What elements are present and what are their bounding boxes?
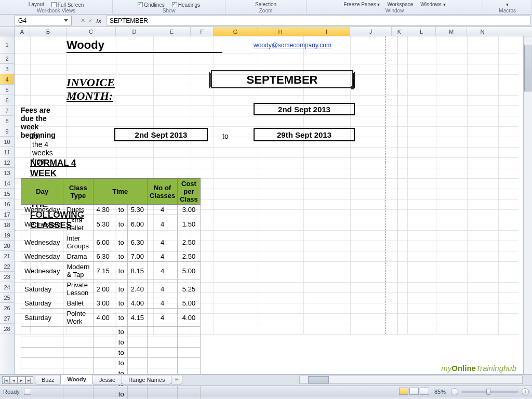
invoice-month-value[interactable]: SEPTEMBER xyxy=(209,72,355,88)
ribbon-item-workspace[interactable]: Workspace xyxy=(387,2,413,7)
table-row[interactable]: to xyxy=(21,358,201,368)
zoom-slider-thumb[interactable] xyxy=(486,389,490,395)
row-header[interactable]: 15 xyxy=(0,189,14,199)
th-cost[interactable]: Cost per Class xyxy=(178,179,201,205)
row-header[interactable]: 7 xyxy=(0,105,14,116)
col-header-E[interactable]: E xyxy=(153,27,191,36)
fees-due-date[interactable]: 2nd Sept 2013 xyxy=(254,103,355,115)
row-header[interactable]: 1 xyxy=(0,36,14,54)
scrollbar-thumb[interactable] xyxy=(308,376,329,383)
row-header[interactable]: 4 xyxy=(0,74,14,85)
row-header[interactable]: 10 xyxy=(0,137,14,147)
date-range-to[interactable]: 29th Sept 2013 xyxy=(254,128,355,141)
zoom-in-button[interactable]: + xyxy=(522,388,529,395)
th-noclasses[interactable]: No of Classes xyxy=(147,179,177,205)
table-row[interactable]: WednesdayModern & Tap7.15to8.1545.00 xyxy=(21,262,201,280)
tab-nav-last[interactable]: ▸| xyxy=(25,376,33,384)
table-row[interactable]: to xyxy=(21,389,201,400)
col-header-D[interactable]: D xyxy=(116,27,153,36)
row-header[interactable]: 27 xyxy=(0,313,14,324)
row-header[interactable]: 28 xyxy=(0,324,14,334)
table-row[interactable]: WednesdayInter Groups6.00to6.3042.50 xyxy=(21,233,201,251)
ribbon-item-selection[interactable]: Selection xyxy=(255,2,276,7)
col-header-A[interactable]: A xyxy=(15,27,30,36)
row-header[interactable]: 11 xyxy=(0,147,14,157)
col-header-F[interactable]: F xyxy=(191,27,214,36)
table-row[interactable]: WednesdayDrama6.30to7.0042.50 xyxy=(21,251,201,262)
vertical-scrollbar[interactable] xyxy=(523,36,532,376)
cancel-icon[interactable]: ✕ xyxy=(81,17,85,24)
row-header[interactable]: 21 xyxy=(0,251,14,261)
th-day[interactable]: Day xyxy=(21,179,63,205)
ribbon-item-fullscreen[interactable]: Full Screen xyxy=(51,2,84,8)
row-header[interactable]: 8 xyxy=(0,116,14,126)
row-header[interactable]: 13 xyxy=(0,168,14,178)
date-range-from[interactable]: 2nd Sept 2013 xyxy=(114,128,208,141)
row-header[interactable]: 18 xyxy=(0,220,14,230)
table-row[interactable]: WednesdayExtra Ballet5.30to6.0041.50 xyxy=(21,215,201,233)
col-header-H[interactable]: H xyxy=(258,27,303,36)
row-header[interactable]: 26 xyxy=(0,303,14,313)
ribbon-item-windows[interactable]: Windows ▾ xyxy=(420,2,445,7)
doc-email-link[interactable]: woody@somecompany.com xyxy=(254,42,331,49)
row-header[interactable]: 14 xyxy=(0,178,14,189)
row-header[interactable]: 25 xyxy=(0,292,14,303)
ribbon-item-macros[interactable]: ▾ xyxy=(506,2,509,7)
row-header[interactable]: 23 xyxy=(0,272,14,282)
new-sheet-tab[interactable]: ✳ xyxy=(171,376,182,384)
row-header[interactable]: 5 xyxy=(0,85,14,95)
table-row[interactable]: to xyxy=(21,337,201,348)
tab-nav-next[interactable]: ▸ xyxy=(18,376,25,384)
table-row[interactable]: SaturdayPointe Work4.00to4.1544.00 xyxy=(21,309,201,327)
row-header[interactable]: 16 xyxy=(0,199,14,209)
table-row[interactable]: to xyxy=(21,327,201,337)
row-header[interactable]: 9 xyxy=(0,126,14,137)
fx-icon[interactable]: fx xyxy=(96,18,101,24)
row-header[interactable]: 22 xyxy=(0,261,14,272)
zoom-percent[interactable]: 85% xyxy=(434,389,446,395)
accept-icon[interactable]: ✓ xyxy=(88,17,93,24)
sheet-tab[interactable]: Woody xyxy=(60,375,92,384)
col-header-N[interactable]: N xyxy=(467,27,498,36)
zoom-out-button[interactable]: − xyxy=(451,388,458,395)
sheet-tab[interactable]: Buzz xyxy=(35,376,61,384)
tab-nav-prev[interactable]: ◂ xyxy=(10,376,18,384)
tab-nav-first[interactable]: |◂ xyxy=(2,376,10,384)
name-box[interactable]: G4 xyxy=(15,16,72,25)
formula-input[interactable]: SEPTEMBER xyxy=(106,16,530,25)
col-header-C[interactable]: C xyxy=(66,27,116,36)
row-header[interactable]: 19 xyxy=(0,230,14,241)
th-type[interactable]: Class Type xyxy=(63,179,93,205)
row-header[interactable]: 2 xyxy=(0,54,14,64)
th-time[interactable]: Time xyxy=(93,179,147,205)
scrollbar-thumb[interactable] xyxy=(524,45,531,91)
row-header[interactable]: 6 xyxy=(0,95,14,105)
view-page-layout[interactable] xyxy=(409,388,419,395)
classes-table[interactable]: Day Class Type Time No of Classes Cost p… xyxy=(21,178,201,399)
col-header-M[interactable]: M xyxy=(436,27,467,36)
row-header[interactable]: 17 xyxy=(0,209,14,220)
row-header[interactable]: 24 xyxy=(0,282,14,292)
col-header-G[interactable]: G xyxy=(214,27,258,36)
col-header-B[interactable]: B xyxy=(30,27,66,36)
sheet-tab[interactable]: Range Names xyxy=(122,376,171,384)
horizontal-scrollbar[interactable] xyxy=(299,376,523,384)
ribbon-item-gridlines[interactable]: Gridlines xyxy=(138,2,164,8)
col-header-I[interactable]: I xyxy=(303,27,350,36)
ribbon-item-layout[interactable]: Layout xyxy=(29,2,44,7)
select-all-corner[interactable] xyxy=(0,27,15,36)
sheet-tab[interactable]: Jessie xyxy=(92,376,122,384)
table-row[interactable]: SaturdayBallet3.00to4.0045.00 xyxy=(21,298,201,309)
ribbon-item-headings[interactable]: Headings xyxy=(172,2,200,8)
table-row[interactable]: WednesdayDuets4.30to5.3043.00 xyxy=(21,205,201,215)
view-normal[interactable] xyxy=(399,388,408,395)
col-header-K[interactable]: K xyxy=(392,27,407,36)
zoom-slider[interactable] xyxy=(461,391,518,393)
chevron-down-icon[interactable] xyxy=(64,19,68,22)
row-header[interactable]: 12 xyxy=(0,157,14,168)
view-page-break[interactable] xyxy=(420,388,429,395)
row-header[interactable]: 20 xyxy=(0,241,14,251)
ribbon-item-freeze-panes[interactable]: Freeze Panes ▾ xyxy=(343,2,380,7)
col-header-J[interactable]: J xyxy=(350,27,392,36)
row-header[interactable]: 3 xyxy=(0,64,14,74)
